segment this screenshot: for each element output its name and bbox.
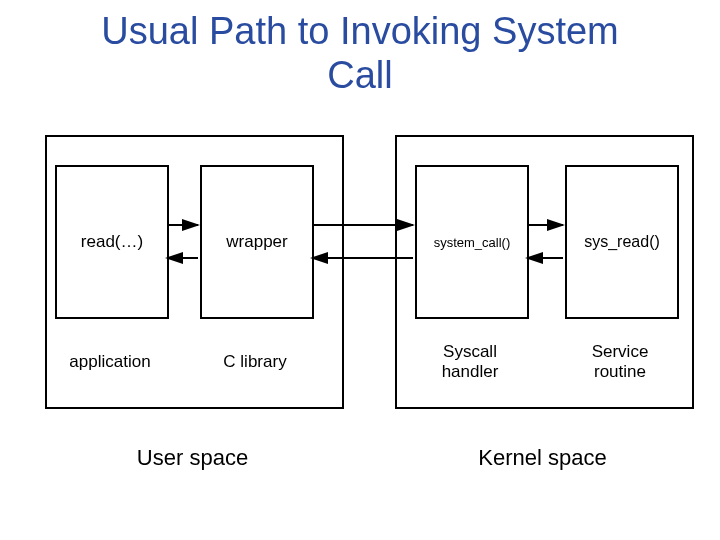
wrapper-label: wrapper: [226, 232, 287, 252]
application-label: application: [55, 352, 165, 372]
kernel-space-label: Kernel space: [395, 445, 690, 471]
sys-read-box: sys_read(): [565, 165, 679, 319]
wrapper-box: wrapper: [200, 165, 314, 319]
system-call-label: system_call(): [434, 235, 511, 250]
title-line-2: Call: [327, 54, 392, 96]
syscall-handler-label: Syscall handler: [415, 342, 525, 383]
user-space-label: User space: [45, 445, 340, 471]
read-box: read(…): [55, 165, 169, 319]
read-label: read(…): [81, 232, 143, 252]
c-library-label: C library: [200, 352, 310, 372]
system-call-box: system_call(): [415, 165, 529, 319]
slide-title: Usual Path to Invoking System Call: [0, 0, 720, 97]
sys-read-label: sys_read(): [584, 233, 660, 251]
title-line-1: Usual Path to Invoking System: [101, 10, 618, 52]
service-routine-label: Service routine: [565, 342, 675, 383]
